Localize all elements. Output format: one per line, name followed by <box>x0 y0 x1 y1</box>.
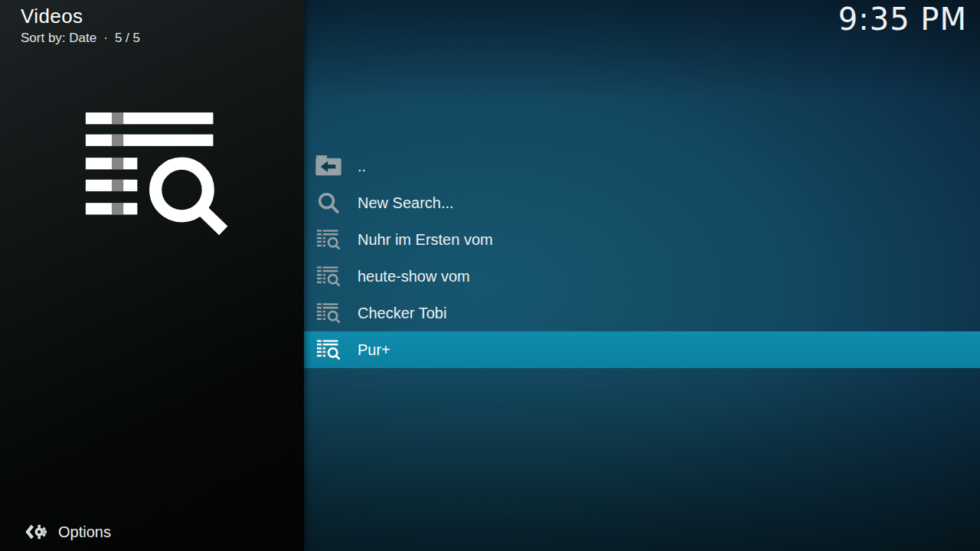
kodi-screen: Videos Sort by: Date · 5 / 5 Options 9:3… <box>0 0 980 551</box>
list-item[interactable]: Checker Tobi <box>304 295 980 331</box>
search-history-artwork-icon <box>83 112 232 236</box>
row-label: Nuhr im Ersten vom <box>358 231 493 249</box>
sort-status: Sort by: Date · 5 / 5 <box>21 31 140 46</box>
search-history-icon <box>315 226 342 253</box>
row-label: heute-show vom <box>358 268 470 285</box>
list-item[interactable]: .. <box>304 148 980 184</box>
row-label: .. <box>358 158 366 175</box>
clock: 9:35 PM <box>838 2 967 37</box>
list-item[interactable]: heute-show vom <box>304 258 980 295</box>
item-position-counter: 5 / 5 <box>115 31 140 46</box>
search-history-icon <box>315 299 342 327</box>
search-icon <box>315 189 342 217</box>
separator-dot: · <box>103 31 108 46</box>
file-list: .. New Search... Nuhr im Ersten vom heut… <box>304 148 980 368</box>
search-history-icon <box>315 262 342 290</box>
options-label: Options <box>58 523 111 541</box>
options-gear-icon <box>25 523 47 541</box>
content-panel: 9:35 PM .. New Search... Nuhr im Ersten … <box>304 0 980 551</box>
folder-back-icon <box>315 152 342 180</box>
view-header: Videos Sort by: Date · 5 / 5 <box>21 5 140 46</box>
row-label: Checker Tobi <box>358 305 446 322</box>
sort-by-label: Sort by: Date <box>21 31 96 46</box>
search-history-icon <box>315 336 342 364</box>
options-button[interactable]: Options <box>24 521 113 543</box>
list-item[interactable]: Nuhr im Ersten vom <box>304 221 980 258</box>
list-item[interactable]: Pur+ <box>304 331 980 368</box>
row-label: New Search... <box>358 194 454 212</box>
page-title: Videos <box>21 5 140 28</box>
row-label: Pur+ <box>358 341 390 359</box>
left-panel: Videos Sort by: Date · 5 / 5 Options <box>0 0 304 551</box>
list-item[interactable]: New Search... <box>304 184 980 221</box>
